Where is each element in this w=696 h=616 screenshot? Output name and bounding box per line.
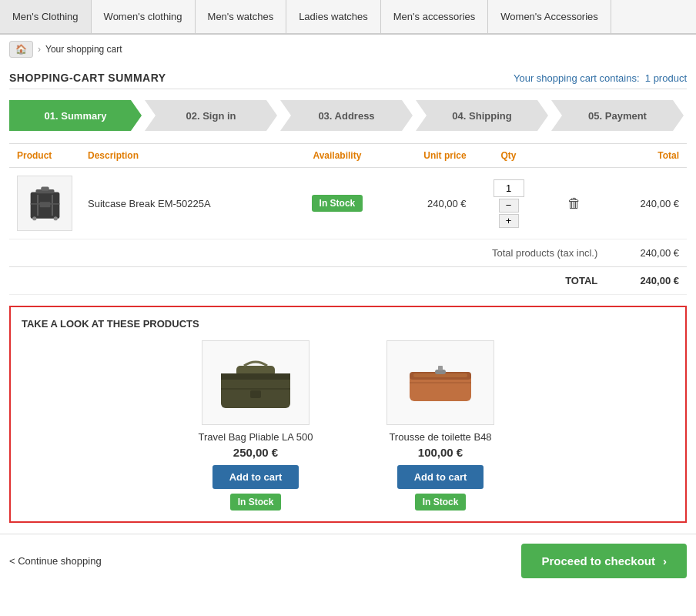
cart-summary-header: SHOPPING-CART SUMMARY Your shopping cart… (9, 64, 687, 89)
nav-item-ladies-watches[interactable]: Ladies watches (286, 0, 381, 33)
total-products-row: Total products (tax incl.) 240,00 € (9, 239, 687, 267)
qty-decrease-button[interactable]: − (499, 199, 519, 213)
continue-shopping-link[interactable]: < Continue shopping (9, 555, 102, 567)
cart-table: Product Description Availability Unit pr… (9, 143, 687, 295)
recommend-section: TAKE A LOOK AT THESE PRODUCTS Travel Bag… (9, 306, 687, 523)
recommend-title: TAKE A LOOK AT THESE PRODUCTS (22, 318, 674, 330)
continue-shopping-label: Continue shopping (18, 555, 101, 567)
product-delete-cell: 🗑 (543, 168, 605, 239)
top-nav: Men's ClothingWomen's clothingMen's watc… (0, 0, 696, 35)
product-availability-cell: In Stock (287, 168, 387, 239)
recommend-product-1-availability: In Stock (230, 494, 282, 511)
recommend-product-1: Travel Bag Pliable LA 500 250,00 € Add t… (171, 340, 340, 511)
table-row: Suitcase Break EM-50225A In Stock 240,00… (9, 168, 687, 239)
recommend-product-2-image (386, 340, 494, 425)
nav-item-womens-accessories[interactable]: Women's Accessories (488, 0, 611, 33)
breadcrumb-separator: › (38, 44, 41, 55)
qty-input[interactable] (494, 179, 524, 197)
page-content: SHOPPING-CART SUMMARY Your shopping cart… (0, 64, 696, 523)
qty-control: − + (482, 179, 536, 228)
grand-total-value: 240,00 € (605, 267, 687, 295)
svg-point-7 (53, 216, 57, 220)
cart-count-prefix: Your shopping cart contains: (514, 72, 640, 84)
home-button[interactable]: 🏠 (9, 41, 33, 58)
step-02--sign-in[interactable]: 02. Sign in (145, 100, 277, 131)
nav-item-mens-watches[interactable]: Men's watches (196, 0, 287, 33)
cart-summary-title: SHOPPING-CART SUMMARY (9, 72, 166, 84)
recommend-product-1-name: Travel Bag Pliable LA 500 (198, 431, 313, 443)
proceed-chevron-icon: › (663, 554, 667, 567)
svg-rect-8 (39, 202, 50, 207)
step-05--payment[interactable]: 05. Payment (551, 100, 684, 131)
svg-point-6 (32, 216, 36, 220)
checkout-steps: 01. Summary02. Sign in03. Address04. Shi… (9, 100, 687, 131)
svg-rect-4 (52, 195, 53, 216)
col-unit-price: Unit price (387, 144, 474, 168)
proceed-to-checkout-button[interactable]: Proceed to checkout › (521, 544, 687, 578)
grand-total-row: TOTAL 240,00 € (9, 267, 687, 295)
toiletry-bag-icon (398, 350, 483, 416)
recommend-product-2-availability: In Stock (415, 494, 467, 511)
step-04--shipping[interactable]: 04. Shipping (416, 100, 548, 131)
col-empty (543, 144, 605, 168)
product-price-cell: 240,00 € (387, 168, 474, 239)
footer-bar: < Continue shopping Proceed to checkout … (0, 534, 696, 588)
suitcase-icon (24, 180, 66, 226)
proceed-label: Proceed to checkout (541, 554, 655, 567)
recommend-products: Travel Bag Pliable LA 500 250,00 € Add t… (22, 340, 674, 511)
nav-item-womens-clothing[interactable]: Women's clothing (92, 0, 196, 33)
recommend-product-1-price: 250,00 € (233, 446, 278, 459)
svg-rect-13 (250, 390, 261, 398)
col-availability: Availability (287, 144, 387, 168)
breadcrumb: 🏠 › Your shopping cart (0, 35, 696, 64)
svg-rect-2 (41, 187, 49, 191)
recommend-product-2-name: Trousse de toilette B48 (389, 431, 491, 443)
qty-increase-button[interactable]: + (499, 214, 519, 228)
product-name-cell: Suitcase Break EM-50225A (80, 168, 287, 239)
col-total: Total (605, 144, 687, 168)
grand-total-label: TOTAL (9, 267, 605, 295)
delete-button[interactable]: 🗑 (561, 192, 587, 215)
recommend-product-2-price: 100,00 € (418, 446, 463, 459)
recommend-product-1-add-to-cart[interactable]: Add to cart (212, 465, 299, 489)
product-image (17, 176, 72, 231)
nav-item-mens-accessories[interactable]: Men's accessories (381, 0, 489, 33)
total-products-value: 240,00 € (605, 239, 687, 267)
col-product: Product (9, 144, 80, 168)
svg-rect-3 (37, 195, 38, 216)
col-qty: Qty (474, 144, 544, 168)
continue-shopping-chevron: < (9, 555, 18, 567)
product-total-cell: 240,00 € (605, 168, 687, 239)
svg-rect-19 (438, 366, 443, 370)
breadcrumb-current: Your shopping cart (45, 44, 122, 55)
nav-item-mens-clothing[interactable]: Men's Clothing (0, 0, 92, 33)
svg-rect-11 (221, 373, 290, 380)
cart-summary-count: Your shopping cart contains: 1 product (514, 72, 687, 84)
recommend-product-2-add-to-cart[interactable]: Add to cart (397, 465, 484, 489)
total-products-label: Total products (tax incl.) (9, 239, 605, 267)
product-qty-cell: − + (474, 168, 544, 239)
recommend-product-1-image (202, 340, 310, 425)
col-description: Description (80, 144, 287, 168)
step-03--address[interactable]: 03. Address (280, 100, 413, 131)
cart-count-value: 1 product (645, 72, 687, 84)
step-01--summary[interactable]: 01. Summary (9, 100, 142, 131)
product-image-cell (9, 168, 80, 239)
in-stock-badge: In Stock (312, 195, 363, 212)
travel-bag-icon (213, 350, 298, 416)
recommend-product-2: Trousse de toilette B48 100,00 € Add to … (356, 340, 525, 511)
